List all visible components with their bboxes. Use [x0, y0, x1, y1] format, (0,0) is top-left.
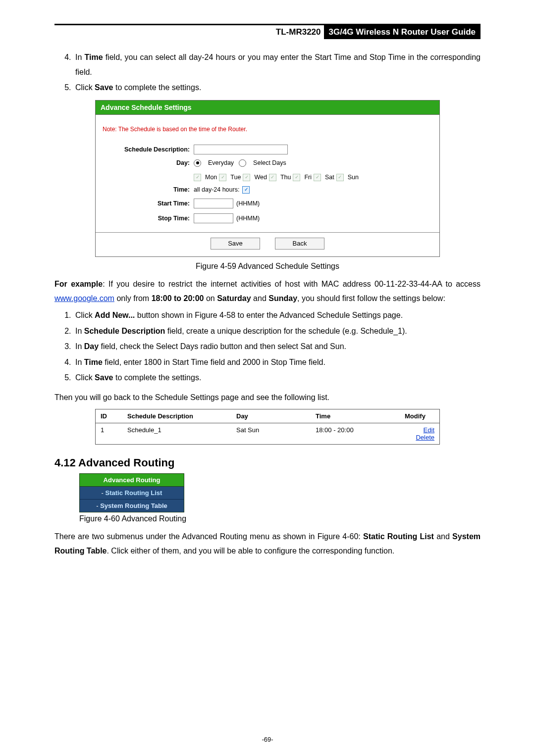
td-id: 1 — [96, 423, 122, 444]
text: field, you can select all day-24 hours o… — [75, 53, 481, 76]
radio-everyday-label: Everyday — [208, 159, 234, 166]
page-number: -69- — [0, 736, 535, 743]
chk-all-day[interactable]: ✓ — [242, 186, 250, 194]
text-bold: For example — [54, 280, 103, 288]
then-para: Then you will go back to the Schedule Se… — [54, 390, 481, 405]
row-day-checks: ✓Mon ✓Tue ✓Wed ✓Thu ✓Fri ✓Sat ✓Sun — [103, 172, 432, 181]
text-bold: Sunday — [268, 294, 297, 302]
ar-menu-head: Advanced Routing — [80, 474, 184, 487]
td-desc: Schedule_1 — [122, 423, 231, 444]
chk-sat[interactable]: ✓ — [314, 174, 321, 181]
th-id: ID — [96, 409, 122, 423]
row-stop-time: Stop Time: (HHMM) — [103, 213, 432, 223]
intro-step-4: In Time field, you can select all day-24… — [73, 50, 481, 79]
text: only from — [114, 294, 152, 302]
description-input[interactable] — [194, 145, 288, 154]
header-model: TL-MR3220 — [273, 25, 324, 39]
label-time: Time: — [103, 186, 194, 193]
text-bold: Time — [84, 53, 103, 61]
radio-select-days-label: Select Days — [253, 159, 286, 166]
example-step-5: Click Save to complete the settings. — [73, 370, 481, 385]
chk-mon[interactable]: ✓ — [194, 174, 201, 181]
chk-wed[interactable]: ✓ — [243, 174, 250, 181]
figure-4-59-caption: Figure 4-59 Advanced Schedule Settings — [54, 262, 481, 271]
label-mon: Mon — [205, 174, 217, 181]
save-button[interactable]: Save — [211, 238, 260, 250]
schedule-table: ID Schedule Description Day Time Modify … — [95, 409, 440, 445]
ar-para: There are two submenus under the Advance… — [54, 529, 481, 558]
row-start-time: Start Time: (HHMM) — [103, 199, 432, 208]
label-stop-time: Stop Time: — [103, 215, 194, 222]
panel-title: Advance Schedule Settings — [96, 101, 439, 115]
text: on — [204, 294, 217, 302]
chk-sun[interactable]: ✓ — [336, 174, 344, 181]
delete-link[interactable]: Delete — [416, 434, 434, 441]
page: TL-MR3220 3G/4G Wireless N Router User G… — [0, 0, 535, 756]
hhmm-start: (HHMM) — [236, 200, 260, 207]
row-description: Schedule Description: — [103, 145, 432, 154]
radio-everyday[interactable] — [194, 159, 201, 167]
label-thu: Thu — [280, 174, 291, 181]
text-bold: Saturday — [217, 294, 251, 302]
hhmm-stop: (HHMM) — [236, 215, 260, 222]
example-step-3: In Day field, check the Select Days radi… — [73, 339, 481, 354]
intro-step-5: Click Save to complete the settings. — [73, 80, 481, 95]
chk-thu[interactable]: ✓ — [269, 174, 276, 181]
text: to complete the settings. — [113, 83, 201, 92]
label: Static Routing List — [106, 489, 162, 497]
row-time: Time: all day-24 hours: ✓ — [103, 186, 432, 194]
prefix: - — [96, 502, 100, 509]
th-mod: Modify — [400, 409, 439, 423]
panel-note: Note: The Schedule is based on the time … — [103, 126, 432, 133]
table-header: ID Schedule Description Day Time Modify — [96, 409, 439, 423]
example-step-4: In Time field, enter 1800 in Start Time … — [73, 355, 481, 370]
example-step-1: Click Add New... button shown in Figure … — [73, 308, 481, 323]
intro-list: In Time field, you can select all day-24… — [54, 50, 481, 95]
td-day: Sat Sun — [231, 423, 311, 444]
radio-select-days[interactable] — [239, 159, 246, 167]
row-day: Day: Everyday Select Days — [103, 159, 432, 167]
stop-time-input[interactable] — [194, 213, 233, 223]
prefix: - — [102, 489, 106, 497]
back-button[interactable]: Back — [275, 238, 324, 250]
label-wed: Wed — [254, 174, 267, 181]
text: , you should first follow the settings b… — [297, 294, 445, 302]
start-time-input[interactable] — [194, 199, 233, 208]
text: and — [251, 294, 269, 302]
th-desc: Schedule Description — [122, 409, 231, 423]
section-4-12-heading: 4.12 Advanced Routing — [54, 456, 481, 469]
label-day: Day: — [103, 159, 194, 166]
label-description: Schedule Description: — [103, 146, 194, 153]
link-google[interactable]: www.google.com — [54, 294, 114, 302]
example-step-2: In Schedule Description field, create a … — [73, 324, 481, 339]
text-bold: 18:00 to 20:00 — [152, 294, 204, 302]
label-tue: Tue — [230, 174, 241, 181]
th-day: Day — [231, 409, 311, 423]
label-sat: Sat — [325, 174, 334, 181]
td-mod: Edit Delete — [400, 423, 439, 444]
label-start-time: Start Time: — [103, 200, 194, 207]
table-row: 1 Schedule_1 Sat Sun 18:00 - 20:00 Edit … — [96, 423, 439, 444]
text: : If you desire to restrict the internet… — [103, 280, 481, 288]
example-list: Click Add New... button shown in Figure … — [54, 308, 481, 385]
edit-link[interactable]: Edit — [424, 426, 434, 434]
text: Click — [75, 83, 95, 92]
chk-tue[interactable]: ✓ — [219, 174, 226, 181]
example-para: For example: If you desire to restrict t… — [54, 277, 481, 306]
chk-fri[interactable]: ✓ — [293, 174, 300, 181]
td-time: 18:00 - 20:00 — [311, 423, 400, 444]
panel-divider — [96, 232, 439, 233]
figure-4-60-caption: Figure 4-60 Advanced Routing — [79, 514, 481, 523]
header-title: 3G/4G Wireless N Router User Guide — [324, 25, 481, 39]
ar-menu-static-routing[interactable]: - Static Routing List — [80, 487, 184, 500]
th-time: Time — [311, 409, 400, 423]
schedule-settings-panel: Advance Schedule Settings Note: The Sche… — [95, 100, 440, 257]
header-band: TL-MR3220 3G/4G Wireless N Router User G… — [54, 24, 481, 39]
text-bold: Save — [95, 83, 113, 92]
advanced-routing-menu: Advanced Routing - Static Routing List -… — [79, 473, 184, 512]
label-sun: Sun — [348, 174, 359, 181]
ar-menu-system-routing[interactable]: - System Routing Table — [80, 500, 184, 512]
label: System Routing Table — [100, 502, 167, 509]
text: In — [75, 53, 84, 61]
label-fri: Fri — [304, 174, 312, 181]
